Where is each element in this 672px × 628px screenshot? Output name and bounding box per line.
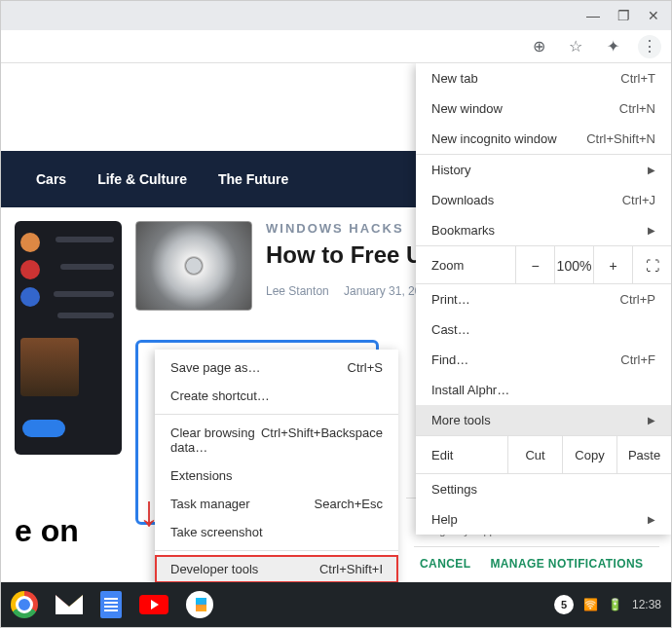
browser-toolbar: ⊕ ☆ ✦ ⋮ [1, 30, 671, 63]
minimize-button[interactable]: — [586, 8, 600, 23]
chevron-right-icon: ▶ [648, 415, 655, 425]
article2-headline[interactable]: e on [15, 513, 79, 549]
menu-more-tools[interactable]: More tools▶ [416, 405, 671, 435]
menu-zoom: Zoom − 100% + ⛶ [416, 245, 671, 284]
menu-task-manager[interactable]: Task managerSearch+Esc [155, 490, 398, 518]
fullscreen-icon[interactable]: ⛶ [632, 246, 671, 283]
shelf-taskbar: 5 🛜 🔋 12:38 [1, 582, 671, 627]
zoom-label: Zoom [416, 258, 515, 273]
clock: 12:38 [632, 598, 661, 611]
menu-take-screenshot[interactable]: Take screenshot [155, 518, 398, 546]
notification-count-badge[interactable]: 5 [554, 595, 574, 614]
article-author: Lee Stanton [266, 284, 329, 298]
manage-notifications-button[interactable]: MANAGE NOTIFICATIONS [490, 557, 643, 571]
chevron-right-icon: ▶ [648, 165, 655, 175]
chrome-main-menu: New tabCtrl+T New windowCtrl+N New incog… [416, 63, 671, 535]
menu-save-page[interactable]: Save page as…Ctrl+S [155, 353, 398, 382]
zoom-level: 100% [554, 246, 593, 283]
close-button[interactable]: ✕ [648, 8, 659, 23]
menu-new-window[interactable]: New windowCtrl+N [416, 93, 671, 124]
extensions-icon[interactable]: ✦ [601, 35, 624, 58]
hdd-thumbnail [135, 221, 252, 311]
menu-developer-tools[interactable]: Developer toolsCtrl+Shift+I [155, 555, 398, 582]
chevron-right-icon: ▶ [648, 225, 655, 236]
paste-button[interactable]: Paste [616, 436, 671, 473]
chevron-right-icon: ▶ [648, 514, 655, 525]
zoom-in-button[interactable]: + [593, 246, 632, 283]
nav-item-life[interactable]: Life & Culture [97, 171, 187, 187]
menu-new-tab[interactable]: New tabCtrl+T [416, 63, 671, 93]
maximize-button[interactable]: ❐ [617, 8, 630, 23]
menu-history[interactable]: History▶ [416, 155, 671, 185]
more-tools-submenu: Save page as…Ctrl+S Create shortcut… Cle… [155, 350, 398, 582]
shelf-apps [11, 591, 213, 618]
menu-divider [155, 550, 398, 551]
menu-find[interactable]: Find…Ctrl+F [416, 345, 671, 375]
menu-clear-browsing[interactable]: Clear browsing data…Ctrl+Shift+Backspace [155, 419, 398, 462]
kebab-menu-icon[interactable]: ⋮ [638, 35, 661, 58]
docs-icon[interactable] [100, 591, 122, 618]
system-tray[interactable]: 5 🛜 🔋 12:38 [554, 595, 661, 614]
menu-help[interactable]: Help▶ [416, 504, 671, 535]
battery-icon: 🔋 [608, 598, 622, 611]
menu-incognito[interactable]: New incognito windowCtrl+Shift+N [416, 124, 671, 154]
star-icon[interactable]: ☆ [564, 35, 587, 58]
youtube-icon[interactable] [139, 595, 168, 614]
page-content: Cars Life & Culture The Future WINDOWS H… [1, 63, 671, 582]
add-tab-icon[interactable]: ⊕ [527, 35, 550, 58]
cancel-button[interactable]: CANCEL [420, 557, 470, 571]
article-date: January 31, 20 [344, 284, 421, 298]
menu-extensions[interactable]: Extensions [155, 462, 398, 490]
menu-print[interactable]: Print…Ctrl+P [416, 284, 671, 314]
chrome-icon[interactable] [11, 591, 38, 618]
gmail-icon[interactable] [56, 595, 83, 614]
phone-thumbnail [15, 221, 122, 455]
menu-bookmarks[interactable]: Bookmarks▶ [416, 215, 671, 245]
cut-button[interactable]: Cut [507, 436, 562, 473]
wifi-icon: 🛜 [583, 598, 598, 611]
zoom-out-button[interactable]: − [515, 246, 554, 283]
menu-divider [155, 414, 398, 415]
nav-item-cars[interactable]: Cars [36, 171, 66, 187]
play-store-icon[interactable] [186, 591, 213, 618]
menu-cast[interactable]: Cast… [416, 314, 671, 345]
nav-item-future[interactable]: The Future [218, 171, 288, 187]
menu-downloads[interactable]: DownloadsCtrl+J [416, 185, 671, 215]
menu-settings[interactable]: Settings [416, 474, 671, 504]
copy-button[interactable]: Copy [562, 436, 616, 473]
edit-label: Edit [416, 448, 507, 462]
window-titlebar: — ❐ ✕ [1, 1, 671, 30]
menu-install-app[interactable]: Install Alphr… [416, 375, 671, 405]
menu-edit: Edit Cut Copy Paste [416, 435, 671, 474]
menu-create-shortcut[interactable]: Create shortcut… [155, 382, 398, 410]
